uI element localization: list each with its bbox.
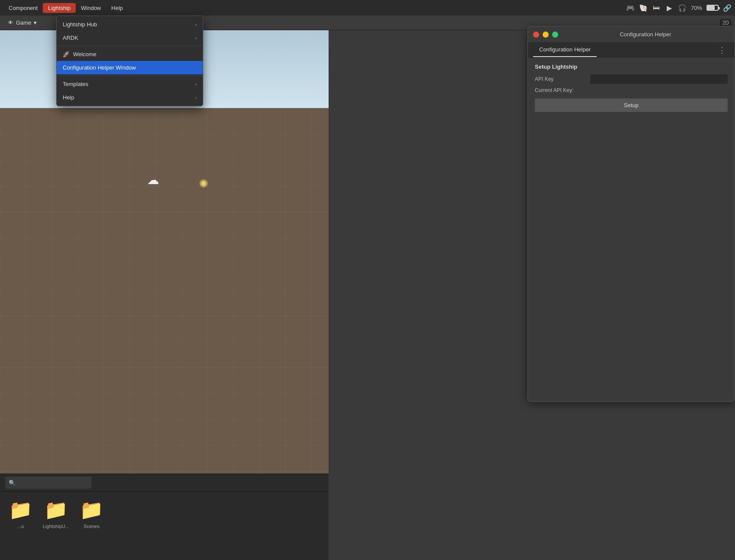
setup-button[interactable]: Setup [535, 99, 728, 112]
config-tab-main[interactable]: Configuration Helper [533, 43, 597, 57]
ardk-left: ARDK [63, 35, 78, 41]
welcome-label: Welcome [73, 51, 96, 57]
toolbar-view-label: 2D [722, 20, 729, 26]
menu-component[interactable]: Component [3, 3, 43, 13]
templates-arrow: › [195, 82, 197, 87]
dropdown-config-helper[interactable]: Configuration Helper Window [57, 61, 203, 74]
current-api-key-label: Current API Key: [535, 87, 587, 93]
folder-icon-1: 📁 [9, 499, 32, 521]
shell-icon[interactable]: 🐚 [639, 3, 648, 12]
dropdown-main: Lightship Hub › ARDK › 🚀 Welcome Configu… [56, 16, 203, 106]
folder-label-2: LightshipU... [43, 524, 69, 529]
wifi-icon[interactable]: 🔗 [723, 3, 732, 12]
folder-item-1[interactable]: 📁 ...u [9, 499, 32, 529]
toolbar-view-group: 2D [720, 19, 732, 27]
search-icon: 🔍 [9, 480, 16, 486]
dropdown-templates[interactable]: Templates › [57, 77, 203, 91]
folder-label-1: ...u [17, 524, 24, 529]
folder-area: 📁 ...u 📁 LightshipU... 📁 Scenes [0, 492, 329, 536]
search-bar[interactable]: 🔍 [5, 477, 92, 489]
dropdown-lightship-hub[interactable]: Lightship Hub › [57, 18, 203, 31]
bottom-panel: 🔍 📁 ...u 📁 LightshipU... 📁 Scenes [0, 474, 329, 560]
current-api-key-row: Current API Key: [535, 87, 728, 93]
config-helper-left: Configuration Helper Window [63, 64, 136, 71]
folder-icon-3: 📁 [80, 499, 103, 521]
dropdown-separator-2 [57, 76, 203, 76]
game-tab[interactable]: 👁 Game ▾ [3, 18, 41, 28]
menu-bar: Component Lightship Window Help 🎮 🐚 🛏 ▶ … [0, 0, 735, 16]
config-section-title: Setup Lightship [535, 64, 728, 70]
game-tab-chevron: ▾ [34, 19, 37, 26]
dropdown-ardk[interactable]: ARDK › [57, 31, 203, 45]
menu-window[interactable]: Window [76, 3, 106, 13]
menu-lightship[interactable]: Lightship [43, 3, 76, 13]
dropdown-welcome[interactable]: 🚀 Welcome [57, 48, 203, 61]
api-key-label: API Key [535, 76, 587, 82]
rocket-icon: 🚀 [63, 51, 70, 57]
headphones-icon[interactable]: 🎧 [678, 3, 687, 12]
minimize-button[interactable] [543, 32, 549, 38]
menu-help[interactable]: Help [106, 3, 128, 13]
config-window-title: Configuration Helper [562, 31, 729, 38]
battery-percent: 70% [691, 5, 702, 11]
ardk-label: ARDK [63, 35, 78, 41]
scene-sun: ✺ [199, 177, 208, 191]
help-label: Help [63, 94, 74, 101]
search-input[interactable] [18, 478, 88, 487]
help-left: Help [63, 94, 74, 101]
folder-label-3: Scenes [83, 524, 99, 529]
close-button[interactable] [533, 32, 539, 38]
lightship-hub-arrow: › [195, 22, 197, 27]
config-helper-label: Configuration Helper Window [63, 64, 136, 71]
dropdown-help[interactable]: Help › [57, 91, 203, 104]
bottom-search: 🔍 [0, 474, 329, 492]
lightship-hub-left: Lightship Hub [63, 21, 97, 28]
lightship-hub-label: Lightship Hub [63, 21, 97, 28]
game-tab-label: Game [16, 19, 31, 26]
gamepad-icon[interactable]: 🎮 [626, 3, 635, 12]
templates-left: Templates [63, 81, 88, 87]
config-tabs: Configuration Helper ⋮ [528, 43, 735, 57]
dropdown-separator-1 [57, 46, 203, 46]
game-tab-icon: 👁 [8, 19, 13, 26]
ardk-arrow: › [195, 35, 197, 41]
help-arrow: › [195, 95, 197, 100]
folder-item-2[interactable]: 📁 LightshipU... [43, 499, 69, 529]
menu-bar-right: 🎮 🐚 🛏 ▶ 🎧 70% 🔗 [626, 3, 732, 12]
api-key-input[interactable] [590, 74, 728, 84]
config-titlebar: Configuration Helper [528, 26, 735, 43]
templates-label: Templates [63, 81, 88, 87]
battery-icon [706, 5, 719, 11]
api-key-row: API Key [535, 74, 728, 84]
config-more-icon[interactable]: ⋮ [715, 44, 729, 57]
scene-cloud: ☁ [147, 173, 159, 187]
config-helper-window: Configuration Helper Configuration Helpe… [527, 26, 735, 402]
folder-icon-2: 📁 [44, 499, 68, 521]
play-icon[interactable]: ▶ [665, 3, 674, 12]
lightship-dropdown: Lightship Hub › ARDK › 🚀 Welcome Configu… [56, 16, 203, 106]
maximize-button[interactable] [552, 32, 558, 38]
welcome-left: 🚀 Welcome [63, 51, 96, 57]
folder-item-3[interactable]: 📁 Scenes [80, 499, 103, 529]
bed-icon[interactable]: 🛏 [652, 3, 661, 12]
config-body: Setup Lightship API Key Current API Key:… [528, 57, 735, 118]
